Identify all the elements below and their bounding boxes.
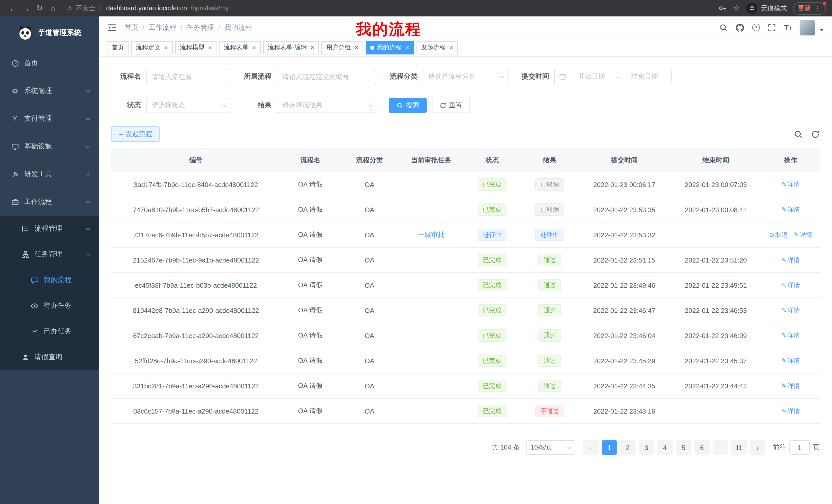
next-page-button[interactable]: › <box>750 440 765 455</box>
password-key-icon[interactable] <box>718 4 727 12</box>
tab-close-icon[interactable]: × <box>208 44 212 51</box>
tab-process-form[interactable]: 流程表单× <box>219 41 260 54</box>
page-size-select[interactable]: 10条/页 <box>526 440 575 455</box>
browser-back-icon[interactable]: ← <box>6 4 20 12</box>
process-def-input[interactable] <box>277 69 376 84</box>
detail-action-link[interactable]: ✎详情 <box>781 332 800 339</box>
breadcrumb: 首页 / 工作流程 / 任务管理 / 我的流程 <box>125 23 252 32</box>
status-select[interactable]: 请选择状态 <box>146 97 230 113</box>
chevron-down-icon <box>500 74 504 78</box>
page-button-11[interactable]: 11 <box>731 440 747 455</box>
sidebar-item-done-tasks[interactable]: ✂ 已办任务 <box>0 318 99 344</box>
calendar-icon <box>559 73 566 80</box>
detail-action-link[interactable]: ✎详情 <box>781 281 800 288</box>
browser-forward-icon[interactable]: → <box>20 4 33 12</box>
category-select[interactable]: 请选择流程分类 <box>423 69 508 84</box>
refresh-table-icon[interactable] <box>811 130 820 138</box>
tab-close-icon[interactable]: × <box>355 44 358 51</box>
sidebar-item-leave-query[interactable]: 请假查询 <box>0 344 99 370</box>
avatar-caret-icon[interactable] <box>820 29 824 31</box>
tab-user-group[interactable]: 用户分组× <box>322 41 363 54</box>
browser-menu-update-button[interactable]: 更新 ⋮ <box>793 2 826 15</box>
help-icon[interactable]: ? <box>752 24 760 31</box>
detail-action-link[interactable]: ✎详情 <box>781 206 800 213</box>
prev-page-button[interactable]: ‹ <box>583 440 599 455</box>
process-table: 编号 流程名 流程分类 当前审批任务 状态 结果 提交时间 结束时间 操作 3a… <box>111 148 820 424</box>
page-button-1[interactable]: 1 <box>602 440 617 455</box>
col-submit-time: 提交时间 <box>578 148 670 172</box>
tab-my-process[interactable]: 我的流程× <box>366 41 414 54</box>
tab-home[interactable]: 首页 <box>107 41 129 54</box>
tab-process-model[interactable]: 流程模型× <box>175 41 216 54</box>
sidebar-collapse-icon[interactable] <box>107 22 117 33</box>
cell-result: 通过 <box>521 247 578 273</box>
address-bar[interactable]: ⚠ 不安全 | dashboard.yudao.iocoder.cn/bpm/t… <box>60 4 718 12</box>
tab-close-icon[interactable]: × <box>405 44 409 51</box>
sidebar-item-devtools[interactable]: 研发工具 <box>0 160 99 188</box>
sidebar-item-label: 待办任务 <box>44 301 72 310</box>
cell-category: OA <box>340 323 399 348</box>
sidebar-item-system[interactable]: ⚙ 系统管理 <box>0 77 99 105</box>
search-button[interactable]: 搜索 <box>389 97 427 113</box>
page-button-3[interactable]: 3 <box>639 440 654 455</box>
cell-process-id: 03c6c157-7b9a-11ec-a290-acde48001122 <box>111 398 281 424</box>
cell-actions: ✎详情 <box>761 373 820 398</box>
search-icon[interactable] <box>719 23 728 32</box>
browser-home-icon[interactable]: ⌂ <box>46 4 60 12</box>
detail-action-link[interactable]: ✎详情 <box>781 180 800 188</box>
result-tag: 已取消 <box>535 203 564 216</box>
tab-process-definition[interactable]: 流程定义× <box>131 41 173 54</box>
detail-action-link[interactable]: ✎详情 <box>781 256 800 263</box>
incognito-profile-chip[interactable]: 无痕模式 <box>746 3 787 14</box>
detail-action-link[interactable]: ✎详情 <box>794 231 812 238</box>
tab-start-process[interactable]: 发起流程× <box>416 41 458 54</box>
sidebar-item-payment[interactable]: ¥ 支付管理 <box>0 105 99 133</box>
cell-result: 已取消 <box>521 172 578 197</box>
goto-page-input[interactable] <box>789 440 810 455</box>
result-select[interactable]: 请选择流结果 <box>277 97 376 113</box>
app-logo[interactable]: 芋道管理系统 <box>0 17 99 49</box>
page-button-5[interactable]: 5 <box>676 440 691 455</box>
breadcrumb-separator: / <box>142 24 145 31</box>
tab-close-icon[interactable]: × <box>311 44 314 51</box>
process-name-input[interactable] <box>146 69 230 84</box>
breadcrumb-home[interactable]: 首页 <box>125 23 138 32</box>
sidebar-item-task-mgmt[interactable]: 任务管理 <box>0 242 99 267</box>
address-divider: | <box>99 5 103 12</box>
current-task-link[interactable]: 一级审批 <box>418 231 445 239</box>
page-button-4[interactable]: 4 <box>657 440 673 455</box>
more-pages-button[interactable]: ··· <box>713 440 728 455</box>
font-size-icon[interactable]: TT <box>784 23 792 32</box>
fullscreen-icon[interactable] <box>768 23 776 32</box>
sidebar-item-home[interactable]: 首页 <box>0 49 99 77</box>
reset-button[interactable]: 重置 <box>432 97 470 113</box>
cancel-action-link[interactable]: ⊘取消 <box>769 231 787 238</box>
submit-time-range-picker[interactable]: 开始日期 - 结束日期 <box>554 69 672 84</box>
tab-process-form-edit[interactable]: 流程表单-编辑× <box>263 41 319 54</box>
sidebar-item-workflow[interactable]: 工作流程 <box>0 188 99 216</box>
sidebar-item-infra[interactable]: 基础设施 <box>0 133 99 160</box>
breadcrumb-workflow[interactable]: 工作流程 <box>149 23 176 32</box>
github-icon[interactable] <box>735 23 744 32</box>
sidebar-item-process-mgmt[interactable]: 流程管理 <box>0 216 99 242</box>
detail-action-link[interactable]: ✎详情 <box>781 306 800 314</box>
detail-action-link[interactable]: ✎详情 <box>781 407 800 414</box>
table-toolbar: + 发起流程 <box>99 127 832 142</box>
tab-close-icon[interactable]: × <box>449 44 453 51</box>
sidebar-item-label: 已办任务 <box>44 327 72 336</box>
page-button-2[interactable]: 2 <box>620 440 635 455</box>
toggle-search-icon[interactable] <box>794 130 803 138</box>
browser-reload-icon[interactable]: ↻ <box>33 4 46 13</box>
detail-action-link[interactable]: ✎详情 <box>781 382 800 389</box>
detail-action-link[interactable]: ✎详情 <box>781 357 800 364</box>
sidebar-item-my-process[interactable]: 我的流程 <box>0 267 99 293</box>
sidebar-item-todo-tasks[interactable]: 待办任务 <box>0 293 99 318</box>
tab-close-icon[interactable]: × <box>164 44 168 51</box>
bookmark-star-icon[interactable]: ☆ <box>733 4 740 13</box>
breadcrumb-task-mgmt[interactable]: 任务管理 <box>186 23 214 32</box>
tab-close-icon[interactable]: × <box>252 44 256 51</box>
user-avatar[interactable] <box>800 20 815 35</box>
start-process-button[interactable]: + 发起流程 <box>111 127 160 142</box>
cell-result: 通过 <box>521 323 578 348</box>
page-button-6[interactable]: 6 <box>694 440 710 455</box>
